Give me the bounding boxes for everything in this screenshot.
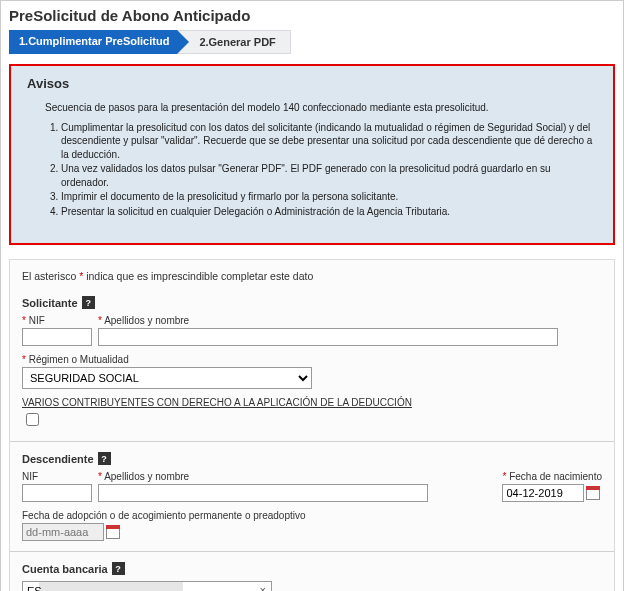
avisos-step-4: Presentar la solicitud en cualquier Dele…	[61, 205, 597, 219]
varios-contribuyentes-label: VARIOS CONTRIBUYENTES CON DERECHO A LA A…	[22, 397, 602, 408]
solicitante-nif-label: * NIF	[22, 315, 92, 326]
descendiente-heading: Descendiente	[22, 453, 94, 465]
regimen-label: * Régimen o Mutualidad	[22, 354, 312, 365]
avisos-panel: Avisos Secuencia de pasos para la presen…	[9, 64, 615, 245]
fecha-nac-input[interactable]	[502, 484, 584, 502]
iban-input[interactable]	[22, 581, 272, 591]
help-icon[interactable]: ?	[112, 562, 125, 575]
avisos-step-2: Una vez validados los datos pulsar "Gene…	[61, 162, 597, 189]
desc-nif-label: NIF	[22, 471, 92, 482]
avisos-heading: Avisos	[27, 76, 597, 91]
regimen-select[interactable]: SEGURIDAD SOCIAL	[22, 367, 312, 389]
calendar-icon[interactable]	[106, 525, 120, 539]
solicitante-nif-input[interactable]	[22, 328, 92, 346]
solicitante-apellidos-input[interactable]	[98, 328, 558, 346]
fecha-adop-label: Fecha de adopción o de acogimiento perma…	[22, 510, 306, 521]
close-icon[interactable]: ×	[260, 584, 266, 591]
fecha-adop-input[interactable]	[22, 523, 104, 541]
help-icon[interactable]: ?	[82, 296, 95, 309]
avisos-step-1: Cumplimentar la presolicitud con los dat…	[61, 121, 597, 162]
desc-nif-input[interactable]	[22, 484, 92, 502]
wizard-step-1[interactable]: 1.Cumplimentar PreSolicitud	[9, 30, 177, 54]
varios-contribuyentes-checkbox[interactable]	[26, 413, 39, 426]
avisos-intro: Secuencia de pasos para la presentación …	[45, 101, 597, 115]
help-icon[interactable]: ?	[98, 452, 111, 465]
calendar-icon[interactable]	[586, 486, 600, 500]
wizard-steps: 1.Cumplimentar PreSolicitud 2.Generar PD…	[9, 30, 615, 54]
solicitante-heading: Solicitante	[22, 297, 78, 309]
desc-apellidos-label: * Apellidos y nombre	[98, 471, 428, 482]
desc-apellidos-input[interactable]	[98, 484, 428, 502]
fecha-nac-label: * Fecha de nacimiento	[502, 471, 602, 482]
solicitante-apellidos-label: * Apellidos y nombre	[98, 315, 558, 326]
wizard-step-2[interactable]: 2.Generar PDF	[177, 30, 290, 54]
page-title: PreSolicitud de Abono Anticipado	[9, 7, 615, 24]
cuenta-heading: Cuenta bancaria	[22, 563, 108, 575]
required-note: El asterisco * indica que es imprescindi…	[22, 270, 602, 282]
form-panel: El asterisco * indica que es imprescindi…	[9, 259, 615, 591]
avisos-step-3: Imprimir el documento de la presolicitud…	[61, 190, 597, 204]
